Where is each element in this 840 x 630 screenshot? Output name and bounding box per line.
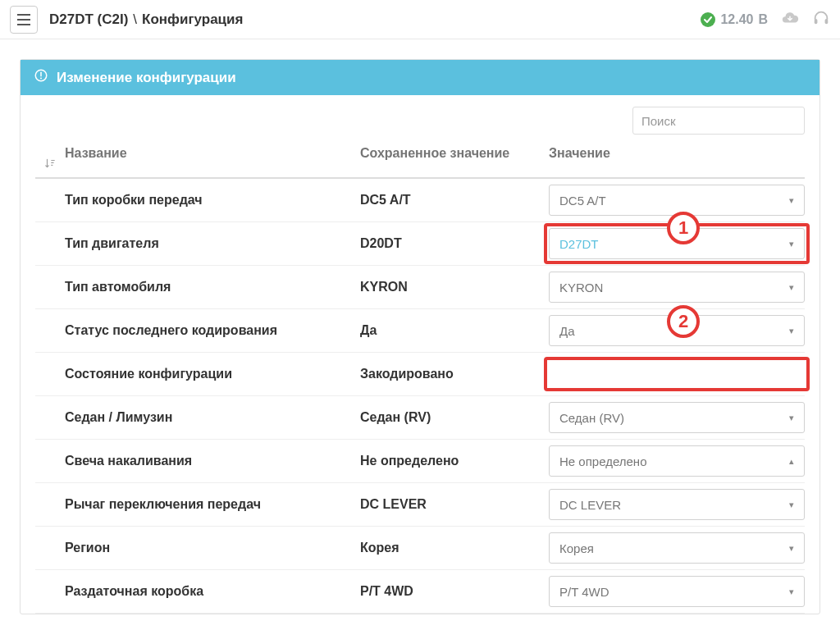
panel-title: Изменение конфигурации [57, 70, 236, 86]
row-name: Регион [65, 541, 360, 555]
cloud-download-icon[interactable] [781, 9, 799, 30]
caret-down-icon: ▾ [789, 239, 794, 249]
select-value: Корея [559, 541, 594, 555]
select-value: DC LEVER [559, 498, 621, 512]
table-row: Раздаточная коробкаP/T 4WDP/T 4WD▾ [35, 570, 805, 614]
select-value: D27DT [559, 237, 599, 251]
col-value[interactable]: Значение [549, 146, 805, 161]
value-select[interactable]: Седан (RV)▾ [549, 402, 805, 433]
topbar-right: 12.40 В [701, 9, 830, 30]
row-value-cell: Да▾2 [549, 315, 805, 346]
select-value: Не определено [559, 454, 646, 468]
caret-down-icon: ▾ [789, 326, 794, 336]
rows-container: Тип коробки передачDC5 A/TDC5 A/T▾Тип дв… [35, 179, 805, 614]
row-value-cell: Седан (RV)▾ [549, 402, 805, 433]
alert-circle-icon [34, 68, 48, 87]
breadcrumb-page: Конфигурация [142, 11, 243, 28]
svg-rect-4 [825, 19, 829, 24]
col-name[interactable]: Название [65, 146, 360, 161]
select-value: KYRON [559, 281, 603, 294]
hamburger-icon [17, 14, 30, 25]
row-saved-value: DC LEVER [360, 497, 549, 512]
row-saved-value: DC5 A/T [360, 193, 549, 208]
highlight-box: D27DT▾ [549, 228, 805, 259]
row-value-cell: DC LEVER▾ [549, 489, 805, 520]
value-select[interactable]: P/T 4WD▾ [549, 576, 805, 607]
breadcrumb-main: D27DT (C2I) [49, 11, 128, 28]
caret-down-icon: ▾ [789, 587, 794, 597]
svg-rect-3 [815, 19, 818, 24]
hamburger-menu-button[interactable] [10, 6, 38, 34]
row-value-cell: D27DT▾1 [549, 228, 805, 259]
value-select[interactable]: DC LEVER▾ [549, 489, 805, 520]
value-select[interactable]: DC5 A/T▾ [549, 185, 805, 216]
select-value: P/T 4WD [559, 585, 609, 599]
row-saved-value: D20DT [360, 236, 549, 251]
row-name: Состояние конфигурации [65, 367, 360, 381]
config-panel: Изменение конфигурации Название Сохранен… [20, 59, 820, 614]
highlight-box [549, 358, 805, 390]
row-saved-value: P/T 4WD [360, 584, 549, 599]
row-name: Тип двигателя [65, 236, 360, 251]
value-select[interactable]: KYRON▾ [549, 272, 805, 303]
select-wrapper: P/T 4WD▾ [549, 576, 805, 607]
row-saved-value: Корея [360, 541, 549, 555]
value-select[interactable]: D27DT▾ [549, 228, 805, 259]
select-wrapper: DC5 A/T▾ [549, 185, 805, 216]
caret-down-icon: ▾ [789, 543, 794, 554]
row-value-cell: Не определено▴ [549, 445, 805, 477]
value-select[interactable]: Не определено▴ [549, 445, 805, 477]
table-row: Тип коробки передачDC5 A/TDC5 A/T▾ [35, 179, 805, 222]
voltage-status: 12.40 В [701, 12, 768, 27]
select-wrapper: Да▾ [549, 315, 805, 346]
row-name: Свеча накаливания [65, 454, 360, 468]
table-header: Название Сохраненное значение Значение [35, 146, 805, 179]
voltage-value: 12.40 [720, 12, 753, 27]
panel-body: Название Сохраненное значение Значение Т… [21, 95, 819, 614]
table-row: Статус последнего кодированияДаДа▾2 [35, 309, 805, 353]
row-name: Седан / Лимузин [65, 410, 360, 425]
select-wrapper: Седан (RV)▾ [549, 402, 805, 433]
caret-up-icon: ▴ [789, 456, 794, 467]
select-value: Седан (RV) [559, 411, 624, 425]
headset-icon[interactable] [812, 9, 830, 30]
select-wrapper: KYRON▾ [549, 272, 805, 303]
caret-down-icon: ▾ [789, 413, 794, 423]
topbar: D27DT (C2I) \ Конфигурация 12.40 В [0, 0, 840, 39]
sort-icon[interactable] [35, 146, 65, 169]
table-row: Свеча накаливанияНе определеноНе определ… [35, 440, 805, 483]
breadcrumb-separator: \ [133, 11, 137, 28]
table-row: Тип автомобиляKYRONKYRON▾ [35, 266, 805, 309]
breadcrumb: D27DT (C2I) \ Конфигурация [49, 11, 243, 28]
svg-rect-0 [17, 14, 30, 16]
search-row [35, 107, 805, 135]
table-row: Седан / ЛимузинСедан (RV)Седан (RV)▾ [35, 396, 805, 440]
select-wrapper: DC LEVER▾ [549, 489, 805, 520]
table-row: Состояние конфигурацииЗакодировано [35, 353, 805, 396]
search-input[interactable] [632, 107, 805, 135]
row-name: Статус последнего кодирования [65, 323, 360, 338]
table-row: РегионКореяКорея▾ [35, 527, 805, 570]
select-value: DC5 A/T [559, 194, 606, 208]
check-circle-icon [701, 12, 715, 27]
select-value: Да [559, 324, 575, 338]
row-name: Тип автомобиля [65, 280, 360, 294]
panel-header: Изменение конфигурации [21, 60, 819, 95]
table-row: Тип двигателяD20DTD27DT▾1 [35, 222, 805, 266]
col-saved[interactable]: Сохраненное значение [360, 146, 549, 161]
row-value-cell: DC5 A/T▾ [549, 185, 805, 216]
row-value-cell [549, 358, 805, 390]
row-name: Тип коробки передач [65, 193, 360, 208]
svg-rect-1 [17, 19, 30, 21]
svg-rect-2 [17, 24, 30, 25]
value-select[interactable]: Да▾ [549, 315, 805, 346]
select-wrapper: Корея▾ [549, 532, 805, 564]
row-value-cell: Корея▾ [549, 532, 805, 564]
caret-down-icon: ▾ [789, 500, 794, 510]
voltage-unit: В [758, 12, 768, 27]
row-saved-value: Да [360, 323, 549, 338]
row-saved-value: KYRON [360, 280, 549, 294]
value-select[interactable]: Корея▾ [549, 532, 805, 564]
row-name: Рычаг переключения передач [65, 497, 360, 512]
row-value-cell: P/T 4WD▾ [549, 576, 805, 607]
